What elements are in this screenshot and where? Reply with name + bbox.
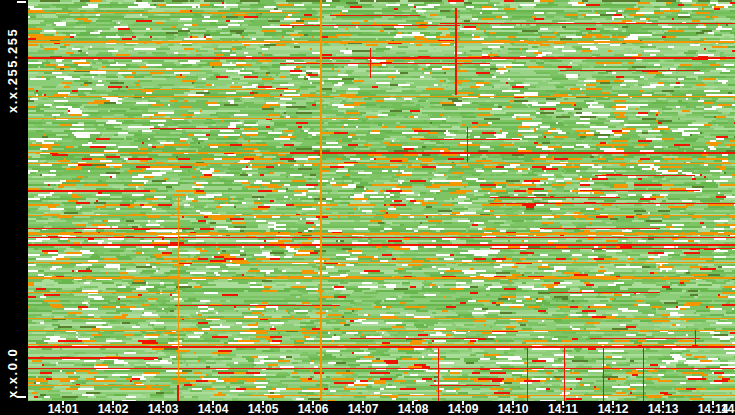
- x-tick-label: 14:13: [641, 403, 685, 415]
- x-tick-label: 14:01: [41, 403, 85, 415]
- x-tick-label: 14:11: [541, 403, 585, 415]
- y-axis-label-bottom: x.x.0.0: [5, 348, 20, 398]
- x-tick-label: 14:14: [691, 403, 735, 415]
- x-tick-label: 14:08: [391, 403, 435, 415]
- x-tick-label: 14:05: [241, 403, 285, 415]
- y-axis-label-top: x.x.255.255: [5, 28, 20, 113]
- x-tick-label: 14:03: [141, 403, 185, 415]
- x-tick-label: 14:10: [491, 403, 535, 415]
- y-axis-tick-top: [17, 1, 26, 3]
- heatmap-canvas: [28, 0, 735, 401]
- ip-activity-visualization: x.x.255.255 x.x.0.0 14 14:0114:0214:0314…: [0, 0, 735, 415]
- x-tick-label: 14:06: [291, 403, 335, 415]
- y-axis-tick-bottom: [17, 396, 26, 398]
- x-tick-label: 14:07: [341, 403, 385, 415]
- x-tick-label: 14:02: [91, 403, 135, 415]
- x-tick-label: 14:04: [191, 403, 235, 415]
- x-tick-label: 14:09: [441, 403, 485, 415]
- x-tick-label: 14:12: [591, 403, 635, 415]
